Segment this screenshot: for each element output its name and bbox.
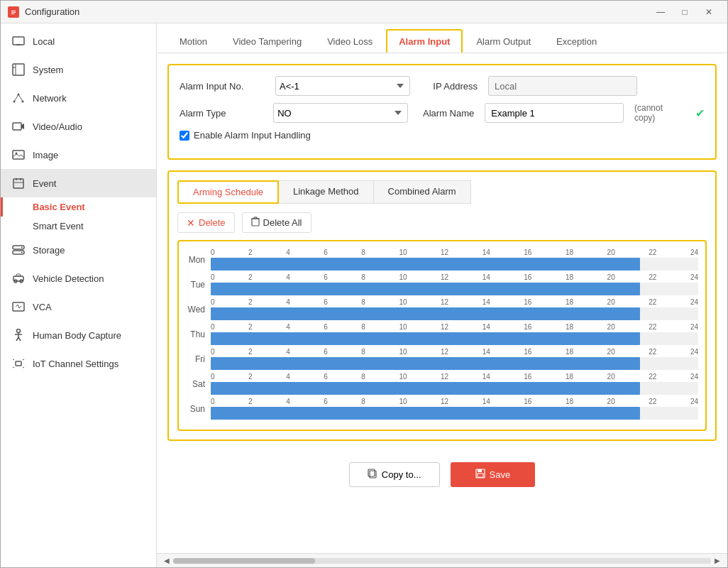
bar-container-mon[interactable] bbox=[211, 258, 698, 271]
scrollbar-area: ◀ ▶ bbox=[157, 553, 727, 567]
svg-point-25 bbox=[21, 247, 23, 248]
schedule-bar-sat bbox=[211, 382, 640, 395]
sidebar-network-label: Network bbox=[33, 93, 67, 104]
save-icon bbox=[475, 469, 485, 481]
schedule-row-mon: Mon024681012141618202224 bbox=[186, 248, 698, 271]
schedule-row-wed: Wed024681012141618202224 bbox=[186, 298, 698, 320]
sidebar-item-human-body[interactable]: Human Body Capture bbox=[1, 321, 156, 349]
alarm-name-input[interactable] bbox=[485, 103, 624, 123]
sidebar-image-label: Image bbox=[33, 150, 58, 160]
sub-tab-linkage-method[interactable]: Linkage Method bbox=[278, 180, 374, 204]
sidebar-item-system[interactable]: System bbox=[1, 55, 156, 84]
bar-container-fri[interactable] bbox=[211, 357, 698, 370]
sub-tab-combined-alarm[interactable]: Combined Alarm bbox=[373, 180, 471, 204]
sub-tab-arming-schedule[interactable]: Arming Schedule bbox=[177, 180, 279, 204]
vehicle-icon bbox=[11, 271, 26, 285]
close-button[interactable]: ✕ bbox=[697, 5, 720, 19]
event-icon bbox=[11, 176, 26, 190]
schedule-grid: Mon024681012141618202224Tue0246810121416… bbox=[186, 248, 698, 420]
sidebar-item-event[interactable]: Event bbox=[1, 169, 156, 197]
alarm-type-select[interactable]: NO NC bbox=[273, 103, 408, 123]
schedule-section: Arming Schedule Linkage Method Combined … bbox=[167, 170, 717, 441]
title-bar: Configuration — □ ✕ bbox=[1, 1, 727, 23]
bar-container-sun[interactable] bbox=[211, 407, 698, 420]
sidebar-item-vca[interactable]: VCA bbox=[1, 293, 156, 321]
tab-motion[interactable]: Motion bbox=[167, 30, 219, 53]
save-button[interactable]: Save bbox=[451, 462, 536, 487]
sidebar-item-image[interactable]: Image bbox=[1, 141, 156, 169]
bar-container-wed[interactable] bbox=[211, 307, 698, 320]
content-area: Alarm Input No. A<-1 A<-2 IP Address Loc… bbox=[157, 53, 727, 553]
sidebar-storage-label: Storage bbox=[33, 245, 65, 256]
sidebar-item-network[interactable]: Network bbox=[1, 84, 156, 112]
copy-icon bbox=[368, 469, 377, 481]
timeline-wed[interactable]: 024681012141618202224 bbox=[211, 298, 698, 320]
right-panel: Motion Video Tampering Video Loss Alarm … bbox=[157, 23, 727, 567]
schedule-row-sat: Sat024681012141618202224 bbox=[186, 373, 698, 395]
sidebar-sub-basic-event[interactable]: Basic Event bbox=[1, 197, 156, 217]
sidebar-item-storage[interactable]: Storage bbox=[1, 236, 156, 264]
timeline-fri[interactable]: 024681012141618202224 bbox=[211, 348, 698, 370]
sidebar-item-vehicle-detection[interactable]: Vehicle Detection bbox=[1, 264, 156, 293]
svg-line-13 bbox=[14, 94, 18, 102]
tab-alarm-output[interactable]: Alarm Output bbox=[464, 30, 543, 53]
ip-address-label: IP Address bbox=[421, 81, 478, 92]
tab-exception[interactable]: Exception bbox=[544, 30, 609, 53]
scroll-left-button[interactable]: ◀ bbox=[160, 557, 173, 564]
svg-rect-17 bbox=[13, 151, 24, 159]
enable-checkbox-label[interactable]: Enable Alarm Input Handling bbox=[180, 130, 311, 141]
app-icon bbox=[8, 6, 19, 18]
svg-rect-45 bbox=[252, 219, 259, 226]
sidebar-sub-smart-event[interactable]: Smart Event bbox=[1, 217, 156, 236]
sidebar-local-label: Local bbox=[33, 36, 55, 47]
schedule-row-tue: Tue024681012141618202224 bbox=[186, 273, 698, 295]
bar-container-tue[interactable] bbox=[211, 283, 698, 295]
alarm-name-label: Alarm Name bbox=[419, 108, 474, 119]
bar-container-sat[interactable] bbox=[211, 382, 698, 395]
tab-video-loss[interactable]: Video Loss bbox=[315, 30, 385, 53]
day-label-tue: Tue bbox=[186, 280, 211, 290]
delete-button[interactable]: ✕ Delete bbox=[177, 212, 235, 233]
schedule-bar-wed bbox=[211, 307, 640, 320]
timeline-sat[interactable]: 024681012141618202224 bbox=[211, 373, 698, 395]
copy-to-button[interactable]: Copy to... bbox=[349, 462, 440, 487]
scroll-right-button[interactable]: ▶ bbox=[711, 557, 724, 564]
alarm-input-no-select[interactable]: A<-1 A<-2 bbox=[275, 76, 410, 96]
day-label-wed: Wed bbox=[186, 305, 211, 315]
tab-alarm-input[interactable]: Alarm Input bbox=[386, 29, 463, 53]
window-controls: — □ ✕ bbox=[649, 5, 720, 19]
svg-line-14 bbox=[18, 94, 23, 102]
main-content: Local System Network Video/Audio bbox=[1, 23, 727, 567]
delete-icon: ✕ bbox=[187, 217, 195, 229]
window-title: Configuration bbox=[25, 6, 644, 17]
sidebar-video-audio-label: Video/Audio bbox=[33, 121, 82, 132]
delete-all-button[interactable]: Delete All bbox=[242, 212, 311, 233]
timeline-mon[interactable]: 024681012141618202224 bbox=[211, 248, 698, 271]
timeline-tue[interactable]: 024681012141618202224 bbox=[211, 273, 698, 295]
schedule-row-sun: Sun024681012141618202224 bbox=[186, 398, 698, 420]
cannot-copy-text: (cannot copy) bbox=[634, 103, 685, 123]
alarm-input-row: Alarm Input No. A<-1 A<-2 IP Address Loc… bbox=[180, 76, 705, 96]
tab-video-tampering[interactable]: Video Tampering bbox=[221, 30, 314, 53]
enable-checkbox[interactable] bbox=[180, 131, 189, 141]
day-label-thu: Thu bbox=[186, 329, 211, 339]
timeline-thu[interactable]: 024681012141618202224 bbox=[211, 323, 698, 345]
tab-bar: Motion Video Tampering Video Loss Alarm … bbox=[157, 23, 727, 53]
schedule-bar-fri bbox=[211, 357, 640, 370]
timeline-sun[interactable]: 024681012141618202224 bbox=[211, 398, 698, 420]
svg-line-39 bbox=[18, 337, 21, 341]
sidebar-item-video-audio[interactable]: Video/Audio bbox=[1, 112, 156, 141]
success-icon: ✔ bbox=[695, 106, 705, 120]
sidebar: Local System Network Video/Audio bbox=[1, 23, 157, 567]
minimize-button[interactable]: — bbox=[649, 5, 672, 19]
sidebar-item-local[interactable]: Local bbox=[1, 27, 156, 55]
maximize-button[interactable]: □ bbox=[673, 5, 696, 19]
scroll-track[interactable] bbox=[173, 558, 711, 564]
video-icon bbox=[11, 119, 26, 133]
sidebar-item-iot[interactable]: IoT Channel Settings bbox=[1, 349, 156, 378]
bar-container-thu[interactable] bbox=[211, 332, 698, 345]
schedule-bar-tue bbox=[211, 283, 640, 295]
system-icon bbox=[11, 62, 26, 77]
svg-line-38 bbox=[16, 337, 18, 341]
schedule-container: Mon024681012141618202224Tue0246810121416… bbox=[177, 240, 707, 431]
